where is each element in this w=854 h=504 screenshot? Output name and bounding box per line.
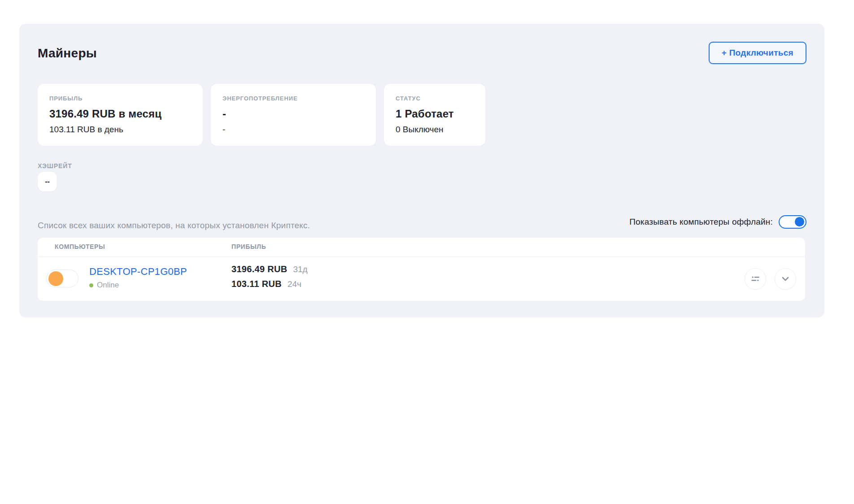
show-offline-toggle[interactable] xyxy=(779,215,806,229)
computers-table: КОМПЬЮТЕРЫ ПРИБЫЛЬ DESKTOP-CP1G0BP Onlin… xyxy=(38,238,805,301)
power-value-2: - xyxy=(222,125,364,135)
online-status-label: Online xyxy=(97,281,119,290)
column-header-computers: КОМПЬЮТЕРЫ xyxy=(55,243,105,250)
miner-toggle[interactable] xyxy=(46,269,78,287)
toggle-knob xyxy=(795,217,804,226)
page-title: Майнеры xyxy=(38,46,97,61)
hashrate-label: ХЭШРЕЙТ xyxy=(38,162,72,169)
computer-status: Online xyxy=(89,281,119,290)
miner-status-knob xyxy=(48,271,63,286)
power-card-label: ЭНЕРГОПОТРЕБЛЕНИЕ xyxy=(222,95,364,102)
row-expand-button[interactable] xyxy=(775,268,796,290)
stats-row: ПРИБЫЛЬ 3196.49 RUB в месяц 103.11 RUB в… xyxy=(38,84,485,146)
computers-description: Список всех ваших компьютеров, на которы… xyxy=(38,221,310,230)
status-card: СТАТУС 1 Работает 0 Выключен xyxy=(384,84,485,146)
profit-day-line: 103.11 RUB24ч xyxy=(231,279,301,289)
status-card-label: СТАТУС xyxy=(396,95,474,102)
profit-monthly-value: 3196.49 RUB в месяц xyxy=(49,108,191,120)
power-value-1: - xyxy=(222,108,364,120)
hashrate-badge: -- xyxy=(38,172,57,191)
status-working-value: 1 Работает xyxy=(396,108,474,120)
column-header-profit: ПРИБЫЛЬ xyxy=(231,243,266,250)
row-settings-button[interactable] xyxy=(745,268,766,290)
profit-month-line: 3196.49 RUB31д xyxy=(231,264,308,274)
table-header-divider xyxy=(38,256,805,257)
profit-daily-value: 103.11 RUB в день xyxy=(49,125,191,135)
online-dot-icon xyxy=(89,283,93,287)
profit-card: ПРИБЫЛЬ 3196.49 RUB в месяц 103.11 RUB в… xyxy=(38,84,203,146)
show-offline-row: Показывать компьютеры оффлайн: xyxy=(629,215,806,229)
profit-card-label: ПРИБЫЛЬ xyxy=(49,95,191,102)
profit-day-value: 103.11 RUB xyxy=(231,279,282,289)
miners-panel: Майнеры + Подключиться ПРИБЫЛЬ 3196.49 R… xyxy=(19,24,824,317)
profit-month-value: 3196.49 RUB xyxy=(231,264,287,274)
profit-month-period: 31д xyxy=(293,265,307,274)
profit-day-period: 24ч xyxy=(288,279,301,289)
power-card: ЭНЕРГОПОТРЕБЛЕНИЕ - - xyxy=(211,84,376,146)
status-off-value: 0 Выключен xyxy=(396,125,474,135)
chevron-down-icon xyxy=(780,274,790,284)
show-offline-label: Показывать компьютеры оффлайн: xyxy=(629,217,773,227)
sliders-icon xyxy=(750,274,760,284)
connect-button[interactable]: + Подключиться xyxy=(709,42,806,64)
computer-name-link[interactable]: DESKTOP-CP1G0BP xyxy=(89,266,187,278)
